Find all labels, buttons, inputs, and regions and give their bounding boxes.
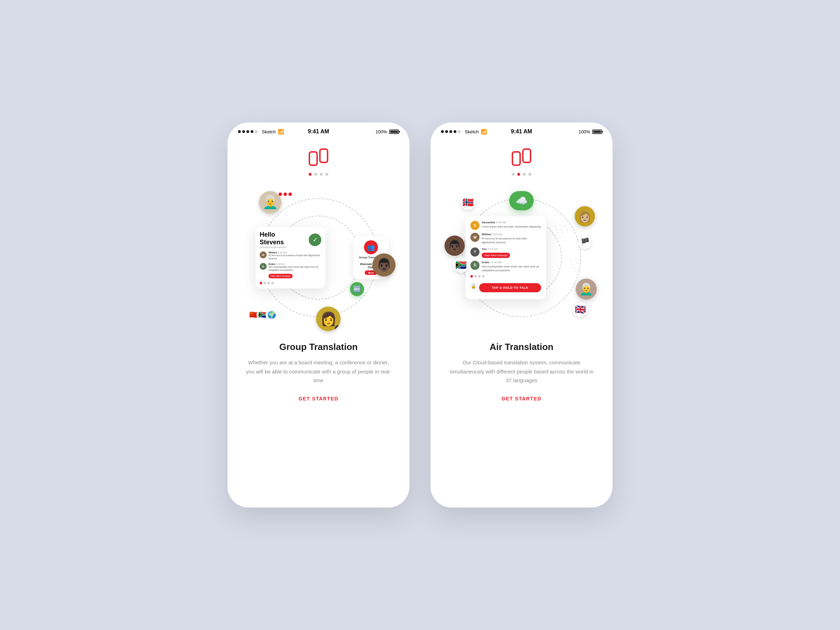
translate-icon: 🔤 (350, 282, 364, 296)
signal-dot-r4 (453, 130, 456, 133)
phone-body-left: 👨‍🦳 HelloStevens johnstevens@email.com (227, 138, 409, 507)
msg-name-william: William 9:36 AM (268, 251, 321, 254)
signal-dot-r5 (458, 130, 461, 133)
status-left-right: Sketch 📶 (441, 129, 487, 134)
dot-grey1 (264, 282, 266, 284)
svg-point-35 (564, 225, 566, 227)
illustration-right: ☁️ 🇳🇴 🇿🇦 🇬🇧 🏴 👨🏿 👩🏼 👨‍🦳 (441, 184, 602, 331)
signal-dots (238, 130, 257, 133)
msg-avatar-william: W (260, 251, 267, 258)
dot-grey2 (267, 282, 270, 284)
msg-william: W William 9:36 AM At vero eos et accusam… (260, 251, 321, 260)
air-dot-grey1 (474, 275, 477, 278)
svg-point-33 (554, 225, 556, 227)
app-logo-left (309, 148, 328, 166)
signal-dot-r3 (449, 130, 452, 133)
pag-dot-r0 (512, 173, 515, 176)
chat-messages: W William 9:36 AM At vero eos et accusam… (260, 251, 321, 278)
pag-dot-r1 (517, 173, 520, 176)
greeting-email: johnstevens@email.com (260, 246, 286, 248)
flag-uk: 🇬🇧 (573, 302, 588, 317)
logo-bracket-right-r (522, 148, 531, 163)
logo-bracket-left-r (512, 151, 521, 166)
mic-icon-air: 🔒 (471, 283, 477, 290)
feature-desc-right: Our Cloud-based translation system, comm… (448, 358, 595, 385)
air-avatar-samantha: S (471, 221, 480, 230)
phone-air-translation: Sketch 📶 9:41 AM 100% (431, 123, 613, 507)
avatar-top-left: 👨‍🦳 (259, 191, 281, 213)
app-logo-right (512, 148, 531, 166)
get-started-btn-left[interactable]: GET STARTED (298, 396, 338, 401)
pag-dot-r2 (523, 173, 526, 176)
mic-badge[interactable]: 🎤 (335, 325, 341, 331)
win-btn-red (279, 193, 282, 196)
svg-point-39 (566, 229, 568, 231)
air-name-drake: Drake 11:40 AM (482, 261, 541, 264)
svg-point-41 (557, 232, 559, 234)
logo-bracket-right (319, 148, 328, 163)
flag-norway: 🇳🇴 (460, 194, 476, 210)
pag-dot-2 (320, 173, 323, 176)
avatar-bottom-center: 👩 🎤 (316, 306, 341, 331)
status-right-left: 100% (376, 129, 399, 134)
status-time-left: 9:41 AM (308, 128, 329, 135)
signal-dot-1 (238, 130, 241, 133)
signal-dot-5 (255, 130, 257, 133)
tap-hold-btn[interactable]: TAP & HOLD TO TALK (479, 283, 541, 292)
air-chat-card: S Samantha 9:35 AM Lorem ipsum dolor sit… (466, 216, 546, 299)
air-name-william: William 9:36 AM (482, 233, 541, 236)
person-avatar-right-bottom: 👨‍🦳 (576, 279, 597, 300)
status-bar-right: Sketch 📶 9:41 AM 100% (431, 123, 613, 138)
air-content-drake: Drake 11:40 AM Sed ut perspiciatis unde … (482, 261, 541, 273)
status-left: Sketch 📶 (238, 129, 284, 134)
svg-point-57 (573, 267, 575, 269)
air-avatar-you: Y (471, 248, 480, 257)
svg-point-34 (559, 224, 561, 226)
battery-percent-right: 100% (579, 129, 590, 134)
air-msg-drake-r: D Drake 11:40 AM Sed ut perspiciatis und… (471, 261, 541, 273)
logo-bracket-left (309, 151, 318, 166)
svg-point-36 (550, 230, 552, 232)
pagination-left (309, 173, 328, 176)
air-content-samantha: Samantha 9:35 AM Lorem ipsum dolor sit a… (482, 221, 541, 229)
illustration-left: 👨‍🦳 HelloStevens johnstevens@email.com (238, 184, 399, 331)
air-bubble-you: Nam libero tempopt (482, 253, 510, 258)
svg-point-52 (570, 260, 572, 262)
cloud-icon: ☁️ (509, 191, 534, 210)
battery-icon-left (389, 129, 399, 134)
signal-dots-right (441, 130, 461, 133)
signal-dot-r2 (445, 130, 448, 133)
chat-header: HelloStevens johnstevens@email.com ✓ (260, 231, 321, 248)
battery-fill-left (390, 131, 398, 133)
flag-catalan: 🏴 (578, 235, 592, 249)
svg-point-44 (559, 235, 561, 238)
msg-bubble-drake: Nam libero tempopt (268, 274, 293, 278)
svg-point-32 (548, 227, 551, 229)
msg-name-drake: Drake 4:40 AM (268, 263, 321, 266)
feature-desc-left: Whether you are at a board meeting, a co… (245, 358, 392, 385)
group-icon: 👥 (364, 240, 378, 254)
status-right-right: 100% (579, 129, 602, 134)
air-name-samantha: Samantha 9:35 AM (482, 221, 541, 224)
air-dot-grey3 (482, 275, 485, 278)
msg-text-william: At vero eos et accusamus et iusto odio d… (268, 254, 321, 260)
get-started-btn-right[interactable]: GET STARTED (502, 396, 542, 401)
carrier-label-right: Sketch (465, 129, 479, 134)
wifi-icon: 📶 (278, 129, 284, 134)
profile-avatar-check: ✓ (309, 234, 321, 246)
svg-point-53 (575, 258, 577, 261)
dot-red (260, 282, 262, 284)
flags-group: 🇨🇳 🇿🇦 🌍 (250, 309, 278, 321)
battery-icon-right (592, 129, 602, 134)
carrier-label: Sketch (262, 129, 276, 134)
air-text-drake: Sed ut perspiciatis unde omnis iste natu… (482, 265, 541, 273)
air-time-samantha: 9:35 AM (496, 221, 506, 224)
pagination-right (512, 173, 531, 176)
flag-southafrica-r: 🇿🇦 (453, 257, 469, 273)
air-content-william: William 9:36 AM At vero eos et accusamus… (482, 233, 541, 245)
air-msg-william: W William 9:36 AM At vero eos et accusam… (471, 233, 541, 245)
svg-point-43 (554, 237, 556, 239)
dot-grey3 (271, 282, 274, 284)
win-btn-red3 (288, 193, 292, 196)
text-content-left: Group Translation Whether you are at a b… (238, 342, 399, 402)
